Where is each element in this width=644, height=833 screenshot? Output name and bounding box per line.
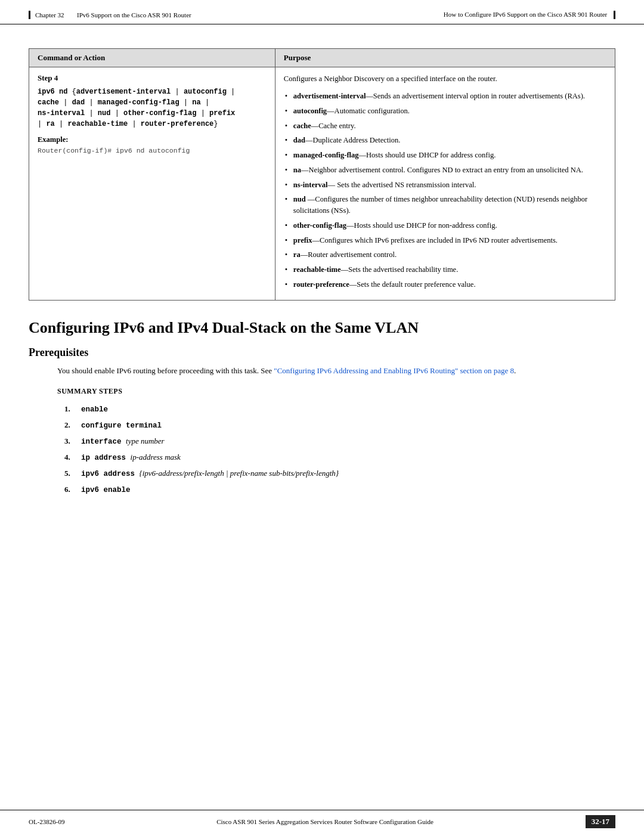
command-text: ipv6 nd {advertisement-interval | autoco… xyxy=(38,86,267,129)
step-num: 5. xyxy=(64,467,70,480)
step-label: Step 4 xyxy=(38,73,58,82)
header-bar-right xyxy=(614,11,615,19)
summary-steps-label: SUMMARY STEPS xyxy=(57,387,615,396)
list-item: ra—Router advertisement control. xyxy=(284,249,606,261)
item-bold: ns-interval xyxy=(293,181,328,189)
list-item: managed-config-flag—Hosts should use DHC… xyxy=(284,150,606,161)
prereq-text-part2: . xyxy=(514,366,516,375)
item-bold: nud xyxy=(293,195,306,203)
list-item: other-config-flag—Hosts should use DHCP … xyxy=(284,220,606,231)
list-item: prefix—Configures which IPv6 prefixes ar… xyxy=(284,235,606,246)
cmd-line4: | ra | reachable-time | router-preferenc… xyxy=(38,120,218,128)
item-bold: dad xyxy=(293,136,305,144)
footer-center: Cisco ASR 901 Series Aggregation Service… xyxy=(65,818,586,825)
cmd-line3: ns-interval | nud | other-config-flag | … xyxy=(38,109,235,117)
step-text: ipv6 address xyxy=(81,470,140,478)
page-header: Chapter 32 IPv6 Support on the Cisco ASR… xyxy=(0,0,644,24)
example-code: Router(config-if)# ipv6 nd autoconfig xyxy=(38,147,267,154)
purpose-intro: Configures a Neighbor Discovery on a spe… xyxy=(284,73,606,85)
command-cell: Step 4 ipv6 nd {advertisement-interval |… xyxy=(29,67,275,300)
list-item: 1. enable xyxy=(81,403,615,416)
header-right: How to Configure IPv6 Support on the Cis… xyxy=(444,11,615,19)
page-footer: OL-23826-09 Cisco ASR 901 Series Aggrega… xyxy=(0,810,644,833)
step-param: type number xyxy=(126,436,165,445)
chapter-title: IPv6 Support on the Cisco ASR 901 Router xyxy=(77,11,191,18)
item-bold: reachable-time xyxy=(293,265,341,274)
list-item: autoconfig—Automatic configuration. xyxy=(284,106,606,117)
step-text: interface xyxy=(81,438,126,446)
item-bold: ra xyxy=(293,250,301,259)
step-param: ip-address mask xyxy=(131,453,181,462)
item-bold: advertisement-interval xyxy=(293,92,366,100)
step-text: enable xyxy=(81,405,108,414)
item-bold: na xyxy=(293,166,301,174)
list-item: router-preference—Sets the default route… xyxy=(284,279,606,290)
purpose-list: advertisement-interval—Sends an advertis… xyxy=(284,91,606,290)
col-header-purpose: Purpose xyxy=(275,49,615,67)
step-text: configure terminal xyxy=(81,422,162,430)
item-bold: cache xyxy=(293,122,311,130)
steps-list: 1. enable 2. configure terminal 3. inter… xyxy=(57,403,615,496)
item-bold: prefix xyxy=(293,236,312,244)
list-item: 6. ipv6 enable xyxy=(81,484,615,496)
table-row: Step 4 ipv6 nd {advertisement-interval |… xyxy=(29,67,615,300)
main-content: Command or Action Purpose Step 4 ipv6 nd… xyxy=(0,24,644,496)
prereq-paragraph: You should enable IPv6 routing before pr… xyxy=(57,365,615,377)
item-bold: router-preference xyxy=(293,280,349,289)
list-item: 3. interface type number xyxy=(81,435,615,448)
cmd-line2: cache | dad | managed-config-flag | na | xyxy=(38,98,209,107)
item-bold: other-config-flag xyxy=(293,221,346,230)
purpose-content: Configures a Neighbor Discovery on a spe… xyxy=(284,73,606,290)
chapter-label: Chapter 32 xyxy=(35,11,64,18)
page-number: 32-17 xyxy=(586,815,615,828)
purpose-cell: Configures a Neighbor Discovery on a spe… xyxy=(275,67,615,300)
section-title: Configuring IPv6 and IPv4 Dual-Stack on … xyxy=(29,318,615,337)
col-header-command: Command or Action xyxy=(29,49,275,67)
cmd-line1: ipv6 nd {advertisement-interval | autoco… xyxy=(38,88,235,96)
header-right-title: How to Configure IPv6 Support on the Cis… xyxy=(444,11,607,18)
step-num: 4. xyxy=(64,451,70,464)
list-item: reachable-time—Sets the advertised reach… xyxy=(284,264,606,275)
list-item: advertisement-interval—Sends an advertis… xyxy=(284,91,606,102)
list-item: nud —Configures the number of times neig… xyxy=(284,194,606,216)
prereq-text-part1: You should enable IPv6 routing before pr… xyxy=(57,366,274,375)
list-item: dad—Duplicate Address Detection. xyxy=(284,135,606,146)
list-item: 5. ipv6 address {ipv6-address/prefix-len… xyxy=(81,467,615,480)
header-left: Chapter 32 IPv6 Support on the Cisco ASR… xyxy=(29,11,191,19)
example-label: Example: xyxy=(38,135,267,144)
footer-left: OL-23826-09 xyxy=(29,818,65,825)
prereq-link[interactable]: "Configuring IPv6 Addressing and Enablin… xyxy=(274,366,514,375)
list-item: cache—Cache entry. xyxy=(284,120,606,132)
list-item: ns-interval— Sets the advertised NS retr… xyxy=(284,179,606,191)
step-num: 2. xyxy=(64,419,70,432)
command-table: Command or Action Purpose Step 4 ipv6 nd… xyxy=(29,48,615,300)
step-num: 6. xyxy=(64,484,70,496)
step-num: 1. xyxy=(64,403,70,416)
step-text: ipv6 enable xyxy=(81,486,131,494)
step-text: ip address xyxy=(81,454,131,462)
header-bar-left xyxy=(29,11,30,19)
step-num: 3. xyxy=(64,435,70,448)
list-item: 2. configure terminal xyxy=(81,419,615,432)
prerequisites-heading: Prerequisites xyxy=(29,346,615,359)
list-item: na—Neighbor advertisement control. Confi… xyxy=(284,165,606,176)
step-param: {ipv6-address/prefix-length | prefix-nam… xyxy=(140,469,339,478)
summary-steps-section: SUMMARY STEPS 1. enable 2. configure ter… xyxy=(57,387,615,496)
item-bold: managed-config-flag xyxy=(293,151,359,159)
item-bold: autoconfig xyxy=(293,107,327,115)
list-item: 4. ip address ip-address mask xyxy=(81,451,615,464)
